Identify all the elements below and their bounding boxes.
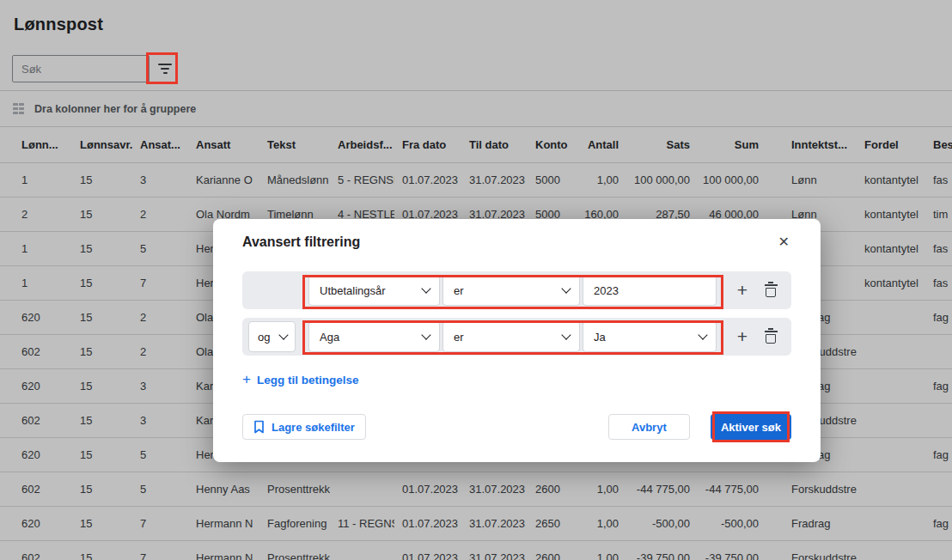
field-select[interactable]: Aga <box>308 321 440 352</box>
add-condition-link[interactable]: + Legg til betingelse <box>242 371 358 388</box>
operator-select[interactable]: er <box>442 275 580 306</box>
delete-condition-button[interactable] <box>761 284 780 297</box>
advanced-filter-modal: Avansert filtrering ✕ Utbetalingsår er 2… <box>213 219 821 462</box>
add-condition-inline-button[interactable]: + <box>733 326 752 347</box>
operator-select-value: er <box>454 331 464 344</box>
delete-condition-button[interactable] <box>761 331 780 344</box>
chevron-down-icon <box>421 330 430 339</box>
chevron-down-icon <box>698 330 707 339</box>
modal-title: Avansert filtrering <box>242 234 360 250</box>
filter-condition-row-2: og Aga er Ja + <box>242 318 791 356</box>
close-icon[interactable]: ✕ <box>777 234 791 251</box>
value-input-text: 2023 <box>594 284 619 297</box>
value-input[interactable]: 2023 <box>583 275 717 306</box>
field-select-value: Utbetalingsår <box>320 284 386 297</box>
add-condition-inline-button[interactable]: + <box>733 280 752 301</box>
field-select[interactable]: Utbetalingsår <box>308 275 440 306</box>
filter-condition-row-1: Utbetalingsår er 2023 + <box>242 271 791 309</box>
value-select[interactable]: Ja <box>583 321 717 352</box>
trash-icon <box>765 284 778 297</box>
conjunction-select[interactable]: og <box>248 321 296 352</box>
conjunction-select-value: og <box>258 331 270 344</box>
operator-select-value: er <box>454 284 464 297</box>
cancel-button[interactable]: Avbryt <box>608 414 690 440</box>
conjunction-slot-empty <box>248 275 296 306</box>
activate-search-button[interactable]: Aktiver søk <box>711 414 791 440</box>
add-condition-label: Legg til betingelse <box>257 374 359 387</box>
plus-icon: + <box>242 371 251 388</box>
chevron-down-icon <box>561 330 571 339</box>
chevron-down-icon <box>278 330 288 339</box>
value-select-value: Ja <box>594 331 606 344</box>
trash-icon <box>765 331 778 344</box>
save-search-filter-button[interactable]: Lagre søkefilter <box>242 414 366 440</box>
operator-select[interactable]: er <box>442 321 580 352</box>
field-select-value: Aga <box>320 331 339 344</box>
chevron-down-icon <box>421 283 430 293</box>
bookmark-icon <box>253 420 265 434</box>
chevron-down-icon <box>561 283 571 293</box>
save-search-filter-label: Lagre søkefilter <box>272 421 355 434</box>
